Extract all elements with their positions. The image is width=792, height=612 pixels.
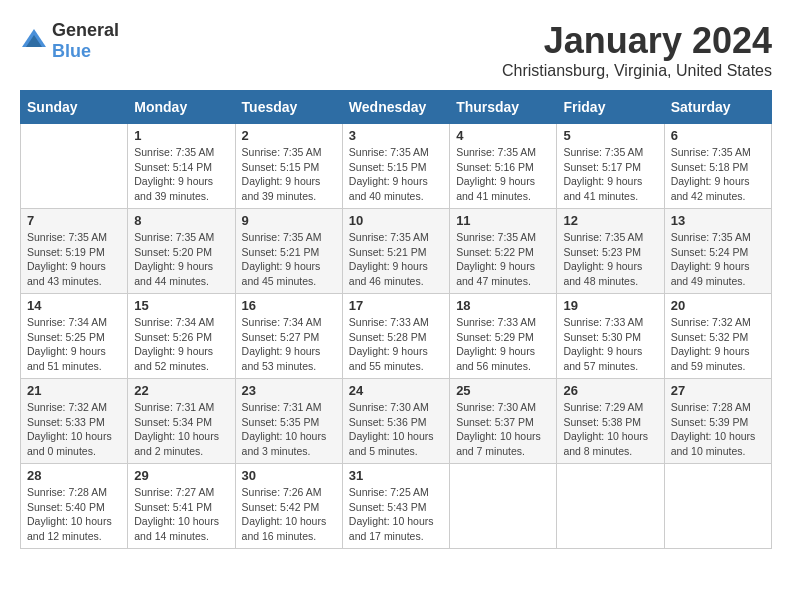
logo-text: General Blue [52, 20, 119, 62]
table-cell: 25Sunrise: 7:30 AMSunset: 5:37 PMDayligh… [450, 379, 557, 464]
day-info: Sunrise: 7:35 AMSunset: 5:14 PMDaylight:… [134, 145, 228, 204]
table-cell: 20Sunrise: 7:32 AMSunset: 5:32 PMDayligh… [664, 294, 771, 379]
day-number: 24 [349, 383, 443, 398]
page-subtitle: Christiansburg, Virginia, United States [502, 62, 772, 80]
table-cell: 13Sunrise: 7:35 AMSunset: 5:24 PMDayligh… [664, 209, 771, 294]
table-cell: 5Sunrise: 7:35 AMSunset: 5:17 PMDaylight… [557, 124, 664, 209]
day-info: Sunrise: 7:35 AMSunset: 5:17 PMDaylight:… [563, 145, 657, 204]
logo-icon [20, 27, 48, 55]
calendar-week-5: 28Sunrise: 7:28 AMSunset: 5:40 PMDayligh… [21, 464, 772, 549]
day-number: 14 [27, 298, 121, 313]
table-cell: 7Sunrise: 7:35 AMSunset: 5:19 PMDaylight… [21, 209, 128, 294]
day-number: 29 [134, 468, 228, 483]
day-info: Sunrise: 7:28 AMSunset: 5:39 PMDaylight:… [671, 400, 765, 459]
table-cell: 24Sunrise: 7:30 AMSunset: 5:36 PMDayligh… [342, 379, 449, 464]
day-number: 7 [27, 213, 121, 228]
day-number: 16 [242, 298, 336, 313]
table-cell: 30Sunrise: 7:26 AMSunset: 5:42 PMDayligh… [235, 464, 342, 549]
day-info: Sunrise: 7:27 AMSunset: 5:41 PMDaylight:… [134, 485, 228, 544]
table-cell: 3Sunrise: 7:35 AMSunset: 5:15 PMDaylight… [342, 124, 449, 209]
table-cell: 27Sunrise: 7:28 AMSunset: 5:39 PMDayligh… [664, 379, 771, 464]
page-header: General Blue January 2024 Christiansburg… [20, 20, 772, 80]
day-info: Sunrise: 7:29 AMSunset: 5:38 PMDaylight:… [563, 400, 657, 459]
col-thursday: Thursday [450, 91, 557, 124]
table-cell: 14Sunrise: 7:34 AMSunset: 5:25 PMDayligh… [21, 294, 128, 379]
day-info: Sunrise: 7:34 AMSunset: 5:27 PMDaylight:… [242, 315, 336, 374]
day-number: 17 [349, 298, 443, 313]
calendar-week-4: 21Sunrise: 7:32 AMSunset: 5:33 PMDayligh… [21, 379, 772, 464]
logo-blue: Blue [52, 41, 91, 61]
day-number: 22 [134, 383, 228, 398]
day-number: 28 [27, 468, 121, 483]
day-info: Sunrise: 7:33 AMSunset: 5:29 PMDaylight:… [456, 315, 550, 374]
day-number: 31 [349, 468, 443, 483]
day-number: 21 [27, 383, 121, 398]
page-title: January 2024 [502, 20, 772, 62]
day-number: 9 [242, 213, 336, 228]
table-cell: 29Sunrise: 7:27 AMSunset: 5:41 PMDayligh… [128, 464, 235, 549]
day-info: Sunrise: 7:33 AMSunset: 5:28 PMDaylight:… [349, 315, 443, 374]
table-cell: 16Sunrise: 7:34 AMSunset: 5:27 PMDayligh… [235, 294, 342, 379]
table-cell: 4Sunrise: 7:35 AMSunset: 5:16 PMDaylight… [450, 124, 557, 209]
day-info: Sunrise: 7:35 AMSunset: 5:16 PMDaylight:… [456, 145, 550, 204]
day-number: 25 [456, 383, 550, 398]
day-info: Sunrise: 7:35 AMSunset: 5:20 PMDaylight:… [134, 230, 228, 289]
table-cell: 23Sunrise: 7:31 AMSunset: 5:35 PMDayligh… [235, 379, 342, 464]
day-number: 1 [134, 128, 228, 143]
table-cell: 26Sunrise: 7:29 AMSunset: 5:38 PMDayligh… [557, 379, 664, 464]
day-number: 13 [671, 213, 765, 228]
calendar-header-row: Sunday Monday Tuesday Wednesday Thursday… [21, 91, 772, 124]
table-cell: 12Sunrise: 7:35 AMSunset: 5:23 PMDayligh… [557, 209, 664, 294]
table-cell: 1Sunrise: 7:35 AMSunset: 5:14 PMDaylight… [128, 124, 235, 209]
day-info: Sunrise: 7:33 AMSunset: 5:30 PMDaylight:… [563, 315, 657, 374]
table-cell: 8Sunrise: 7:35 AMSunset: 5:20 PMDaylight… [128, 209, 235, 294]
day-number: 19 [563, 298, 657, 313]
table-cell [450, 464, 557, 549]
day-info: Sunrise: 7:28 AMSunset: 5:40 PMDaylight:… [27, 485, 121, 544]
day-number: 18 [456, 298, 550, 313]
table-cell: 10Sunrise: 7:35 AMSunset: 5:21 PMDayligh… [342, 209, 449, 294]
day-info: Sunrise: 7:35 AMSunset: 5:22 PMDaylight:… [456, 230, 550, 289]
day-info: Sunrise: 7:26 AMSunset: 5:42 PMDaylight:… [242, 485, 336, 544]
day-number: 26 [563, 383, 657, 398]
day-info: Sunrise: 7:35 AMSunset: 5:24 PMDaylight:… [671, 230, 765, 289]
logo: General Blue [20, 20, 119, 62]
title-section: January 2024 Christiansburg, Virginia, U… [502, 20, 772, 80]
day-number: 23 [242, 383, 336, 398]
table-cell: 2Sunrise: 7:35 AMSunset: 5:15 PMDaylight… [235, 124, 342, 209]
day-number: 11 [456, 213, 550, 228]
day-number: 2 [242, 128, 336, 143]
day-number: 5 [563, 128, 657, 143]
day-info: Sunrise: 7:30 AMSunset: 5:36 PMDaylight:… [349, 400, 443, 459]
day-info: Sunrise: 7:31 AMSunset: 5:34 PMDaylight:… [134, 400, 228, 459]
day-info: Sunrise: 7:35 AMSunset: 5:23 PMDaylight:… [563, 230, 657, 289]
table-cell: 31Sunrise: 7:25 AMSunset: 5:43 PMDayligh… [342, 464, 449, 549]
col-wednesday: Wednesday [342, 91, 449, 124]
day-number: 15 [134, 298, 228, 313]
day-info: Sunrise: 7:35 AMSunset: 5:15 PMDaylight:… [242, 145, 336, 204]
table-cell [557, 464, 664, 549]
table-cell: 19Sunrise: 7:33 AMSunset: 5:30 PMDayligh… [557, 294, 664, 379]
table-cell: 18Sunrise: 7:33 AMSunset: 5:29 PMDayligh… [450, 294, 557, 379]
day-info: Sunrise: 7:35 AMSunset: 5:18 PMDaylight:… [671, 145, 765, 204]
day-number: 6 [671, 128, 765, 143]
table-cell: 17Sunrise: 7:33 AMSunset: 5:28 PMDayligh… [342, 294, 449, 379]
day-info: Sunrise: 7:32 AMSunset: 5:33 PMDaylight:… [27, 400, 121, 459]
calendar-week-2: 7Sunrise: 7:35 AMSunset: 5:19 PMDaylight… [21, 209, 772, 294]
day-info: Sunrise: 7:31 AMSunset: 5:35 PMDaylight:… [242, 400, 336, 459]
table-cell [21, 124, 128, 209]
day-number: 4 [456, 128, 550, 143]
logo-general: General [52, 20, 119, 40]
day-info: Sunrise: 7:35 AMSunset: 5:19 PMDaylight:… [27, 230, 121, 289]
col-friday: Friday [557, 91, 664, 124]
day-info: Sunrise: 7:34 AMSunset: 5:25 PMDaylight:… [27, 315, 121, 374]
table-cell: 11Sunrise: 7:35 AMSunset: 5:22 PMDayligh… [450, 209, 557, 294]
col-monday: Monday [128, 91, 235, 124]
day-info: Sunrise: 7:32 AMSunset: 5:32 PMDaylight:… [671, 315, 765, 374]
col-sunday: Sunday [21, 91, 128, 124]
day-info: Sunrise: 7:35 AMSunset: 5:15 PMDaylight:… [349, 145, 443, 204]
day-info: Sunrise: 7:35 AMSunset: 5:21 PMDaylight:… [242, 230, 336, 289]
day-number: 27 [671, 383, 765, 398]
day-number: 30 [242, 468, 336, 483]
day-info: Sunrise: 7:25 AMSunset: 5:43 PMDaylight:… [349, 485, 443, 544]
